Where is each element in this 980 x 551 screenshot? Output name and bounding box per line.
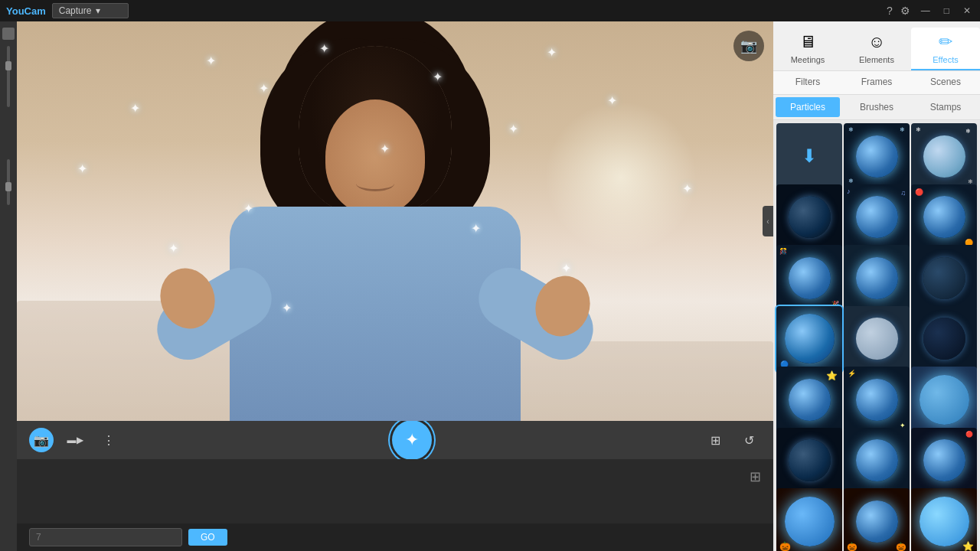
download-icon: ⬇: [802, 145, 817, 167]
close-button[interactable]: ✕: [960, 5, 974, 16]
star-colorful: ⚡: [848, 370, 856, 377]
avatar-gold-star: [789, 379, 831, 421]
tab-frames[interactable]: Frames: [842, 71, 911, 94]
capture-label: Capture: [59, 5, 92, 16]
left-slider-top[interactable]: [7, 46, 10, 107]
camera-overlay-button[interactable]: 📷: [733, 31, 764, 61]
effect-glow2[interactable]: [844, 245, 910, 311]
video-area: ✦ ✦ ✦ ✦ ✦ ✦ ✦ ✦ ✦ ✦ ✦ ✦ ✦ ✦ ✦ ✦ 📷: [17, 21, 773, 421]
snow-sparkle-1: ❄: [848, 126, 854, 133]
effect-gray[interactable]: [844, 306, 910, 372]
sparkle-15: ✦: [508, 122, 518, 136]
effects-icon: ✏: [939, 32, 952, 52]
effect-medium-blue[interactable]: [844, 428, 910, 494]
layers-button[interactable]: ⊞: [703, 428, 727, 452]
minimize-button[interactable]: —: [918, 5, 933, 16]
grid-view-button[interactable]: ⊞: [750, 468, 761, 485]
effects-grid: ⬇ ❄ ❄ ❄ ❄ ❄ ❄: [773, 120, 980, 551]
effect-dark3[interactable]: [911, 306, 977, 372]
effect-fire[interactable]: 🔴 🟠: [911, 184, 977, 250]
gold-star-icon: ⭐: [826, 370, 838, 381]
titlebar-right: ? ⚙ — □ ✕: [887, 5, 974, 17]
effect-halloween2-inner: 🎃 🎃: [844, 488, 910, 551]
bottom-bar: GO: [17, 523, 773, 551]
help-icon[interactable]: ?: [887, 5, 893, 17]
tab-filters[interactable]: Filters: [773, 71, 842, 94]
left-slider-bottom[interactable]: [7, 159, 10, 205]
nav-elements[interactable]: ☺ Elements: [842, 28, 911, 70]
photo-mode-button[interactable]: 📷: [29, 428, 54, 452]
elements-icon: ☺: [868, 32, 885, 52]
shutter-button[interactable]: ✦: [392, 420, 432, 460]
more-options-button[interactable]: ⋮: [96, 428, 121, 452]
toolbar-left: 📷 ▬▶ ⋮: [29, 428, 121, 452]
collapse-arrow-icon: ‹: [766, 217, 769, 226]
effect-colorful2-inner: 🔴: [911, 428, 977, 494]
effect-confetti[interactable]: 🎊 🎉: [776, 245, 842, 311]
maximize-button[interactable]: □: [941, 5, 952, 16]
effect-dark3-inner: [911, 306, 977, 372]
confetti-1: 🎊: [779, 248, 787, 255]
video-icon: ▬▶: [67, 435, 83, 445]
avatar-snow-blue: [856, 135, 898, 178]
effect-gold-star[interactable]: ⭐: [776, 367, 842, 432]
effect-gray-inner: [844, 306, 910, 372]
avatar-snow-white: [923, 135, 965, 178]
avatar-light-blue: [920, 375, 969, 425]
sparkle-3: ✦: [433, 70, 443, 84]
effect-orb[interactable]: 🔵: [776, 306, 842, 372]
effect-halloween3[interactable]: ⭐: [911, 488, 977, 551]
dropdown-arrow: ▾: [96, 5, 100, 16]
effect-colorful[interactable]: ⚡ ✦: [844, 367, 910, 432]
subtab-brushes[interactable]: Brushes: [844, 97, 909, 117]
sparkle-1: ✦: [206, 54, 216, 68]
go-button[interactable]: GO: [188, 529, 227, 546]
effect-colorful2[interactable]: 🔴: [911, 428, 977, 494]
sparkle-7: ✦: [77, 161, 87, 176]
avatar-halloween3: [920, 497, 969, 546]
video-mode-button[interactable]: ▬▶: [63, 428, 87, 452]
effect-dark2[interactable]: [911, 245, 977, 311]
effect-snow-white[interactable]: ❄ ❄ ❄: [911, 123, 977, 189]
avatar-glow2: [856, 257, 898, 299]
effect-download-inner: ⬇: [776, 123, 842, 189]
undo-button[interactable]: ↺: [737, 428, 761, 452]
avatar-music: [856, 196, 898, 238]
avatar-fire: [923, 196, 965, 238]
effect-dark-plain[interactable]: [776, 428, 842, 494]
slider-thumb-bottom: [5, 182, 11, 191]
effect-snow-blue[interactable]: ❄ ❄ ❄: [844, 123, 910, 189]
effect-music[interactable]: ♪ ♫: [844, 184, 910, 250]
subtab-particles[interactable]: Particles: [776, 97, 840, 117]
video-background: ✦ ✦ ✦ ✦ ✦ ✦ ✦ ✦ ✦ ✦ ✦ ✦ ✦ ✦ ✦ ✦ 📷: [17, 21, 773, 421]
effect-dark-blue[interactable]: [776, 184, 842, 250]
nav-effects[interactable]: ✏ Effects: [911, 28, 980, 70]
sparkle-16: ✦: [243, 201, 253, 216]
effect-halloween1[interactable]: 🎃: [776, 488, 842, 551]
sparkle-4: ✦: [547, 45, 557, 60]
effect-download[interactable]: ⬇: [776, 123, 842, 189]
snow-w-2: ❄: [965, 128, 971, 135]
sparkle-12: ✦: [282, 301, 292, 315]
tab-scenes[interactable]: Scenes: [911, 71, 980, 94]
settings-icon[interactable]: ⚙: [900, 5, 910, 17]
effect-halloween2[interactable]: 🎃 🎃: [844, 488, 910, 551]
avatar-colorful: [856, 379, 898, 421]
shutter-icon: ✦: [405, 430, 419, 450]
lower-panel: ⊞ GO: [17, 459, 773, 551]
right-top-nav: 🖥 Meetings ☺ Elements ✏ Effects: [773, 21, 980, 71]
nav-meetings[interactable]: 🖥 Meetings: [773, 28, 842, 70]
avatar-colorful2: [923, 439, 965, 481]
bottom-input[interactable]: [29, 528, 182, 546]
collapse-panel-button[interactable]: ‹: [763, 206, 773, 236]
capture-dropdown[interactable]: Capture ▾: [52, 3, 129, 18]
avatar-confetti: [789, 257, 831, 299]
avatar-dark: [789, 196, 831, 238]
pumpkin-3: 🎃: [896, 542, 906, 551]
sparkle-9: ✦: [168, 241, 178, 256]
subtab-stamps[interactable]: Stamps: [913, 97, 978, 117]
effect-medium-blue-inner: [844, 428, 910, 494]
effect-light-blue[interactable]: [911, 367, 977, 432]
effect-fire-inner: 🔴 🟠: [911, 184, 977, 250]
avatar-dark3: [923, 318, 965, 360]
